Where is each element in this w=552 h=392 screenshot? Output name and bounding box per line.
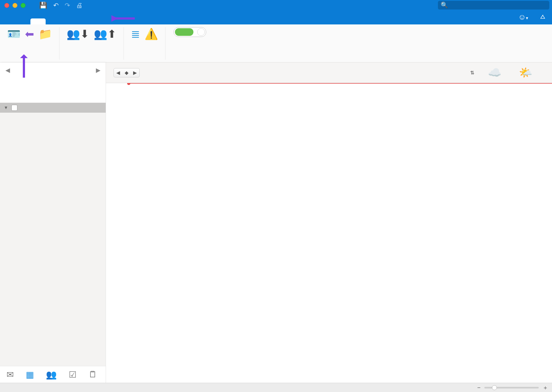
out-of-office-button[interactable]: ⬅ — [23, 27, 36, 42]
calendar-icon[interactable]: ▦ — [26, 369, 34, 380]
people-icon[interactable]: 👥 — [46, 369, 57, 380]
date-nav-buttons[interactable]: ◀ ◆ ▶ — [114, 68, 140, 77]
search-input[interactable] — [451, 2, 547, 9]
sync-status-button[interactable]: ≣ — [129, 27, 142, 42]
location-stepper-icon[interactable]: ⇅ — [470, 70, 474, 76]
current-time-line — [129, 83, 552, 84]
mini-calendar-june[interactable] — [3, 85, 102, 89]
online-toggle[interactable] — [174, 27, 206, 37]
close-window-button[interactable] — [4, 3, 9, 8]
sidebar: ◀ ▶ ▼ ✉ — [0, 62, 106, 383]
sync-errors-button[interactable]: ⚠️ — [142, 27, 160, 42]
cloud-icon: ☁️ — [488, 66, 501, 79]
next-month-button[interactable]: ▶ — [95, 67, 101, 74]
calendar-main: ◀ ◆ ▶ ⇅ ☁️ 🌤️ — [106, 62, 552, 383]
mini-calendar-may[interactable]: ◀ ▶ — [3, 65, 102, 77]
weather-location[interactable]: ⇅ — [469, 70, 474, 76]
undo-icon[interactable]: ↶ — [53, 2, 59, 9]
accounts-button[interactable]: 🪪 — [5, 27, 23, 42]
tab-home[interactable] — [0, 18, 15, 24]
toggle-knob — [197, 28, 205, 36]
tab-tools[interactable] — [30, 18, 46, 24]
export-button[interactable]: 👥⬆ — [92, 27, 119, 42]
prev-week-icon[interactable]: ◀ — [116, 70, 120, 76]
zoom-window-button[interactable] — [21, 3, 26, 8]
online-pill — [175, 28, 193, 36]
titlebar: 💾 ↶ ↷ 🖨 🔍 — [0, 0, 552, 11]
next-week-icon[interactable]: ▶ — [133, 70, 137, 76]
public-folders-button[interactable]: 📁 — [36, 27, 54, 42]
import-button[interactable]: 👥⬇ — [64, 27, 92, 42]
status-bar: − ＋ — [0, 383, 552, 392]
prev-month-button[interactable]: ◀ — [4, 67, 11, 74]
emoji-button[interactable]: ☺▾ — [518, 13, 528, 21]
minimize-window-button[interactable] — [12, 3, 17, 8]
collapse-ribbon-button[interactable]: ㅿ — [539, 12, 547, 22]
zoom-out-button[interactable]: − — [477, 384, 481, 391]
nav-switcher: ✉ ▦ 👥 ☑ 🗒 — [0, 366, 106, 383]
public-folders-icon: 📁 — [39, 27, 52, 41]
group-checkbox[interactable] — [11, 105, 17, 111]
search-box[interactable]: 🔍 — [438, 1, 549, 10]
time-scale — [106, 83, 129, 383]
print-icon[interactable]: 🖨 — [76, 2, 83, 9]
out-of-office-icon: ⬅ — [25, 27, 34, 41]
save-icon[interactable]: 💾 — [39, 2, 47, 9]
ribbon-tools: 🪪 ⬅ 📁 👥⬇ 👥⬆ ≣ ⚠️ — [0, 24, 552, 62]
disclosure-icon[interactable]: ▼ — [4, 105, 9, 110]
zoom-in-button[interactable]: ＋ — [542, 384, 548, 391]
tab-organize[interactable] — [15, 18, 30, 24]
zoom-control[interactable]: − ＋ — [477, 384, 548, 391]
sync-errors-icon: ⚠️ — [145, 27, 158, 41]
weather-tomorrow[interactable]: 🌤️ — [519, 66, 536, 79]
quick-access-toolbar: 💾 ↶ ↷ 🖨 — [39, 2, 83, 9]
notes-icon[interactable]: 🗒 — [89, 369, 97, 380]
calendar-list: ▼ — [0, 103, 106, 366]
import-icon: 👥⬇ — [67, 27, 89, 41]
mail-icon[interactable]: ✉ — [7, 369, 14, 380]
redo-icon[interactable]: ↷ — [65, 2, 70, 9]
partly-sunny-icon: 🌤️ — [519, 66, 532, 79]
zoom-slider[interactable] — [484, 387, 539, 388]
ribbon-tabs: ☺▾ ㅿ — [0, 11, 552, 24]
weather-today[interactable]: ☁️ — [488, 66, 505, 79]
sync-status-icon: ≣ — [131, 27, 140, 41]
accounts-icon: 🪪 — [7, 27, 21, 41]
calendar-grid[interactable] — [106, 83, 552, 383]
window-controls — [0, 3, 26, 8]
tasks-icon[interactable]: ☑ — [69, 369, 77, 380]
search-icon: 🔍 — [441, 2, 448, 9]
calendar-group-header[interactable]: ▼ — [0, 103, 106, 113]
today-icon[interactable]: ◆ — [125, 70, 128, 76]
export-icon: 👥⬆ — [94, 27, 117, 41]
